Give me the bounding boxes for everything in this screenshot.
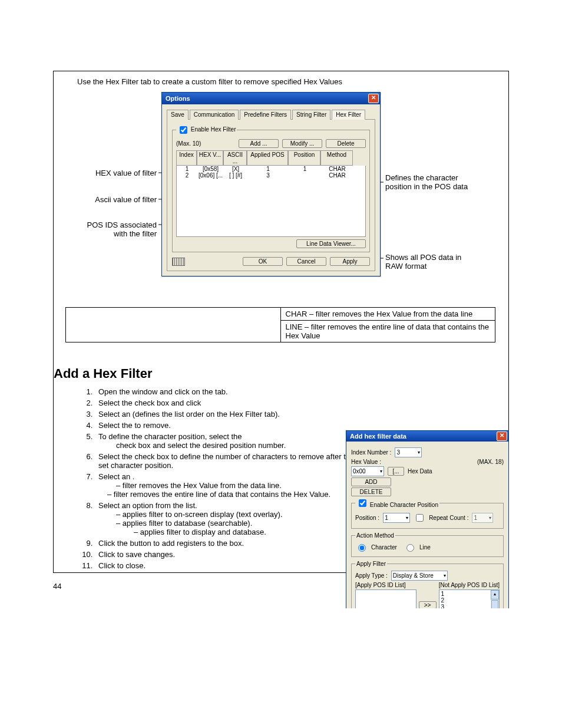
col-pos[interactable]: Applied POS — [247, 150, 288, 166]
step-2: Select the check box and click — [95, 398, 360, 407]
action-legend: Action Method — [355, 532, 395, 539]
step-5: To define the character position, select… — [95, 432, 360, 450]
repeat-label: Repeat Count : — [429, 515, 468, 521]
apply-type-dropdown[interactable]: Display & Store — [391, 571, 448, 581]
options-dialog: Options ✕ Save Communication Predefine F… — [161, 92, 381, 276]
index-label: Index Number : — [351, 449, 391, 456]
max10-label: (Max. 10) — [176, 140, 201, 147]
modify-button[interactable]: Modify ... — [282, 139, 322, 148]
section-heading: Add a Hex Filter — [54, 366, 508, 381]
apply-filter-group: Apply Filter Apply Type : Display & Stor… — [351, 561, 504, 608]
vertical-scrollbar[interactable]: ▴ ▾ — [491, 590, 499, 608]
add-hex-dialog: Add hex filter data ✕ Index Number : 3 H… — [346, 430, 509, 608]
step-3: Select an (defines the list order on the… — [95, 410, 360, 419]
col-hex[interactable]: HEX V... — [197, 150, 223, 166]
col-position[interactable]: Position — [288, 150, 320, 166]
page-number: 44 — [53, 582, 61, 591]
tab-communication[interactable]: Communication — [190, 110, 239, 120]
step-6: Select the check box to define the numbe… — [95, 452, 360, 470]
hex-data-label: Hex Data — [408, 468, 432, 475]
col-method[interactable]: Method — [320, 150, 353, 166]
delete-button[interactable]: Delete — [326, 139, 366, 148]
delete-hex-button[interactable]: DELETE — [351, 487, 391, 496]
tab-hex-filter[interactable]: Hex Filter — [332, 110, 365, 120]
callout-defines-1: Defines the character — [385, 173, 458, 182]
filter-table-body: 1 [0x58] [X] 1 1 CHAR 2 [0x06] [... — [176, 166, 366, 237]
tab-predefine[interactable]: Predefine Filters — [240, 110, 291, 120]
method-line: LINE – filter removes the entire line of… — [280, 321, 495, 342]
apply-legend: Apply Filter — [355, 561, 387, 567]
ecp-checkbox[interactable] — [359, 499, 366, 507]
enable-hex-group: Enable Hex Filter (Max. 10) Add ... Modi… — [172, 124, 370, 252]
step-4: Select the to remove. — [95, 421, 360, 430]
add-button[interactable]: Add ... — [239, 139, 279, 148]
table-row[interactable]: 1 [0x58] [X] 1 1 CHAR — [177, 166, 365, 172]
callout-posids-2: with the filter — [54, 229, 157, 238]
filter-table-header: Index HEX V... ASCII ... Applied POS Pos… — [176, 150, 366, 166]
index-dropdown[interactable]: 3 — [395, 447, 422, 457]
close-icon[interactable]: ✕ — [497, 431, 507, 441]
step-1: Open the window and click on the tab. — [95, 387, 360, 396]
tab-save[interactable]: Save — [167, 110, 189, 120]
callout-hex: HEX value of filter — [54, 169, 157, 177]
browse-button[interactable]: [... — [388, 467, 404, 476]
step-11: Click to close. — [95, 561, 360, 570]
apply-list-label: [Apply POS ID List] — [355, 582, 406, 588]
position-dropdown[interactable]: 1 — [383, 513, 410, 523]
radio-line[interactable] — [406, 544, 414, 552]
add-hex-button[interactable]: ADD — [351, 477, 391, 486]
method-label-cell — [66, 308, 281, 342]
apply-listbox[interactable] — [355, 589, 416, 608]
col-index[interactable]: Index — [176, 150, 197, 166]
ecp-legend: Enable Character Position — [370, 502, 438, 508]
close-icon[interactable]: ✕ — [368, 94, 379, 103]
list-item[interactable]: 2 — [441, 597, 498, 604]
not-apply-listbox[interactable]: 1 2 3 4 5 ▴ ▾ ◂ — [439, 589, 500, 608]
add-dialog-title: Add hex filter data — [350, 431, 406, 442]
hex-value-label: Hex Value : — [351, 459, 381, 465]
col-ascii[interactable]: ASCII ... — [223, 150, 247, 166]
callout-defines-2: position in the POS data — [385, 182, 468, 191]
ecp-group: Enable Character Position Position : 1 R… — [351, 498, 504, 529]
options-figure: HEX value of filter Ascii value of filte… — [54, 92, 508, 295]
callout-shows-1: Shows all POS data in — [385, 253, 461, 262]
move-right-button[interactable]: >> — [419, 601, 437, 608]
intro-text: Use the Hex Filter tab to create a custo… — [54, 77, 508, 92]
options-title: Options — [166, 93, 190, 104]
step-9: Click the button to add registers to the… — [95, 539, 360, 548]
callout-shows-2: RAW format — [385, 262, 427, 271]
list-item[interactable]: 3 — [441, 604, 498, 608]
radio-character[interactable] — [358, 544, 366, 552]
position-label: Position : — [355, 515, 379, 521]
opt-char: Character — [371, 544, 397, 551]
opt-line: Line — [419, 544, 431, 551]
table-row[interactable]: 2 [0x06] [... [ ] [#] 3 CHAR — [177, 172, 365, 179]
line-viewer-button[interactable]: Line Data Viewer... — [296, 239, 366, 248]
apply-type-label: Apply Type : — [355, 572, 388, 579]
steps-list: Open the window and click on the tab. Se… — [54, 387, 360, 570]
action-method-group: Action Method Character Line — [351, 532, 504, 557]
ok-button[interactable]: OK — [243, 257, 283, 266]
enable-hex-legend: Enable Hex Filter — [191, 126, 236, 133]
callout-ascii: Ascii value of filter — [54, 195, 157, 204]
step-10: Click to save changes. — [95, 550, 360, 559]
step-7: Select an . – filter removes the Hex Val… — [95, 472, 360, 499]
cancel-button[interactable]: Cancel — [286, 257, 326, 266]
repeat-checkbox[interactable] — [416, 514, 424, 522]
callout-posids-1: POS IDS associated — [54, 220, 157, 229]
keyboard-icon[interactable] — [172, 258, 185, 266]
method-char: CHAR – filter removes the Hex Value from… — [280, 308, 495, 321]
method-definition-table: CHAR – filter removes the Hex Value from… — [65, 307, 495, 342]
apply-button[interactable]: Apply — [330, 257, 370, 266]
step-8: Select an option from the list. – applie… — [95, 501, 360, 536]
max18-label: (MAX. 18) — [477, 459, 504, 465]
tab-string-filter[interactable]: String Filter — [292, 110, 330, 120]
list-item[interactable]: 1 — [441, 591, 498, 597]
hex-value-dropdown[interactable]: 0x00 — [351, 466, 384, 476]
not-list-label: [Not Apply POS ID List] — [439, 582, 500, 588]
enable-hex-checkbox[interactable] — [180, 126, 187, 134]
repeat-dropdown[interactable]: 1 — [472, 513, 493, 523]
